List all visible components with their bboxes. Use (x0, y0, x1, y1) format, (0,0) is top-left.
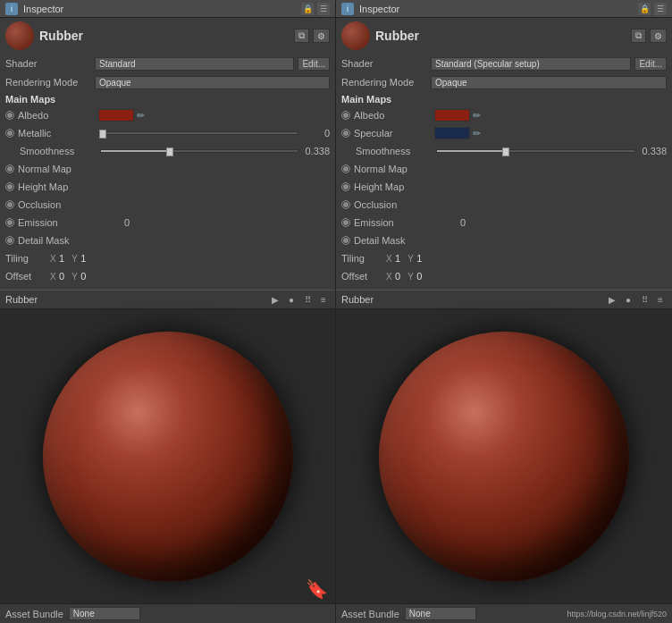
tiling-y-right: Y 1 (407, 253, 422, 264)
left-panel: i Inspector 🔒 ☰ Rubber ⧉ ⚙ Shader Standa… (0, 0, 336, 623)
menu-btn-left[interactable]: ≡ (317, 293, 330, 306)
detail-label-right: Detail Mask (354, 235, 434, 246)
menu-icon-left[interactable]: ☰ (317, 3, 330, 15)
settings-btn-right[interactable]: ⚙ (650, 29, 667, 43)
height-toggle-right[interactable] (341, 182, 350, 191)
emission-value-right: 0 (434, 217, 466, 228)
metallic-slider-left[interactable] (98, 127, 298, 139)
edit-btn-right[interactable]: Edit... (634, 57, 667, 71)
albedo-swatch-left[interactable] (98, 109, 134, 122)
albedo-pencil-right[interactable]: ✏ (473, 110, 481, 122)
inspector-icon-right: i (341, 3, 354, 15)
smoothness-slider-left[interactable] (100, 145, 298, 157)
shader-label-right: Shader (341, 58, 431, 69)
height-label-right: Height Map (354, 181, 434, 192)
rubber-sphere-preview-left (43, 332, 293, 582)
footer-bar-left: Asset Bundle None (0, 603, 335, 623)
shader-dropdown-right[interactable]: Standard Standard (Specular setup) (431, 57, 631, 71)
menu-btn-right[interactable]: ≡ (654, 293, 667, 306)
specular-swatch-right[interactable] (434, 127, 470, 139)
emission-label-right: Emission (354, 217, 434, 228)
dots-btn-left[interactable]: ⠿ (301, 293, 314, 306)
circle-btn-right[interactable]: ● (622, 293, 634, 306)
emission-label-left: Emission (18, 217, 98, 228)
tiling-label-right: Tiling (341, 253, 386, 264)
material-sphere-left (5, 21, 34, 50)
play-btn-right[interactable]: ▶ (606, 293, 618, 306)
preview-section-left: Rubber ▶ ● ⠿ ≡ 🔖 Asset Bundle None (0, 290, 335, 623)
smoothness-label-right: Smoothness (356, 146, 436, 156)
map-row-normal-right: Normal Map (341, 161, 667, 177)
material-name-right: Rubber (375, 29, 419, 43)
normal-label-left: Normal Map (18, 164, 98, 174)
asset-bundle-dropdown-left[interactable]: None (69, 607, 140, 620)
copy-btn-left[interactable]: ⧉ (294, 29, 309, 43)
material-header-left: Rubber ⧉ ⚙ (5, 21, 330, 50)
map-row-specular-right: Specular ✏ (341, 125, 667, 141)
lock-icon-left[interactable]: 🔒 (301, 3, 314, 15)
detail-toggle-right[interactable] (341, 236, 350, 245)
albedo-toggle-right[interactable] (341, 111, 350, 120)
inspector-controls-left: 🔒 ☰ (301, 3, 330, 15)
specular-toggle-right[interactable] (341, 129, 350, 138)
albedo-pencil-left[interactable]: ✏ (137, 110, 145, 122)
emission-toggle-left[interactable] (5, 218, 14, 227)
height-toggle-left[interactable] (5, 182, 14, 191)
metallic-toggle-left[interactable] (5, 129, 14, 138)
menu-icon-right[interactable]: ☰ (654, 3, 667, 15)
rendering-mode-value-left: Opaque (95, 76, 330, 89)
occlusion-toggle-right[interactable] (341, 200, 350, 209)
rendering-mode-row-left: Rendering Mode Opaque (5, 74, 330, 90)
albedo-label-left: Albedo (18, 110, 98, 121)
copy-btn-right[interactable]: ⧉ (631, 29, 646, 43)
map-row-normal-left: Normal Map (5, 161, 330, 177)
map-row-emission-right: Emission 0 (341, 215, 667, 231)
preview-name-left: Rubber (5, 294, 38, 305)
map-row-height-right: Height Map (341, 179, 667, 195)
normal-toggle-right[interactable] (341, 164, 350, 173)
bookmark-icon-left: 🔖 (306, 578, 328, 600)
right-panel: i Inspector 🔒 ☰ Rubber ⧉ ⚙ Shader Standa… (336, 0, 672, 623)
albedo-swatch-right[interactable] (434, 109, 470, 122)
dots-btn-right[interactable]: ⠿ (638, 293, 651, 306)
rendering-mode-label-right: Rendering Mode (341, 77, 431, 88)
circle-btn-left[interactable]: ● (285, 293, 298, 306)
smoothness-slider-right[interactable] (436, 145, 635, 157)
material-actions-right: ⧉ ⚙ (631, 29, 667, 43)
rendering-mode-dropdown-left[interactable]: Opaque (95, 76, 330, 89)
tiling-row-right: Tiling X 1 Y 1 (341, 250, 667, 266)
play-btn-left[interactable]: ▶ (269, 293, 281, 306)
shader-dropdown-left[interactable]: Standard Standard (Specular setup) (95, 57, 294, 71)
asset-bundle-dropdown-right[interactable]: None (405, 607, 476, 620)
preview-header-left: Rubber ▶ ● ⠿ ≡ (0, 290, 335, 309)
tiling-y-left: Y 1 (71, 253, 86, 264)
offset-label-right: Offset (341, 271, 386, 282)
detail-toggle-left[interactable] (5, 236, 14, 245)
offset-y-right: Y 0 (407, 271, 422, 282)
inspector-title-right: Inspector (359, 4, 399, 14)
map-row-height-left: Height Map (5, 179, 330, 195)
emission-toggle-right[interactable] (341, 218, 350, 227)
occlusion-toggle-left[interactable] (5, 200, 14, 209)
normal-toggle-left[interactable] (5, 164, 14, 173)
metallic-value-left: 0 (298, 128, 330, 139)
preview-name-right: Rubber (341, 294, 374, 305)
lock-icon-right[interactable]: 🔒 (638, 3, 651, 15)
specular-pencil-right[interactable]: ✏ (473, 128, 481, 139)
tiling-row-left: Tiling X 1 Y 1 (5, 250, 330, 266)
occlusion-label-left: Occlusion (18, 199, 98, 210)
offset-row-left: Offset X 0 Y 0 (5, 268, 330, 284)
shader-value-left: Standard Standard (Specular setup) (95, 57, 294, 71)
map-row-emission-left: Emission 0 (5, 215, 330, 231)
rendering-mode-dropdown-right[interactable]: Opaque (431, 76, 667, 89)
smoothness-label-left: Smoothness (20, 146, 100, 156)
inspector-title-left: Inspector (23, 4, 63, 14)
preview-canvas-left (0, 309, 335, 603)
specular-label-right: Specular (354, 128, 434, 139)
edit-btn-left[interactable]: Edit... (298, 57, 330, 71)
map-row-albedo-right: Albedo ✏ (341, 107, 667, 123)
inspector-body-left: Rubber ⧉ ⚙ Shader Standard Standard (Spe… (0, 18, 335, 290)
rendering-mode-value-right: Opaque (431, 76, 667, 89)
settings-btn-left[interactable]: ⚙ (313, 29, 330, 43)
albedo-toggle-left[interactable] (5, 111, 14, 120)
